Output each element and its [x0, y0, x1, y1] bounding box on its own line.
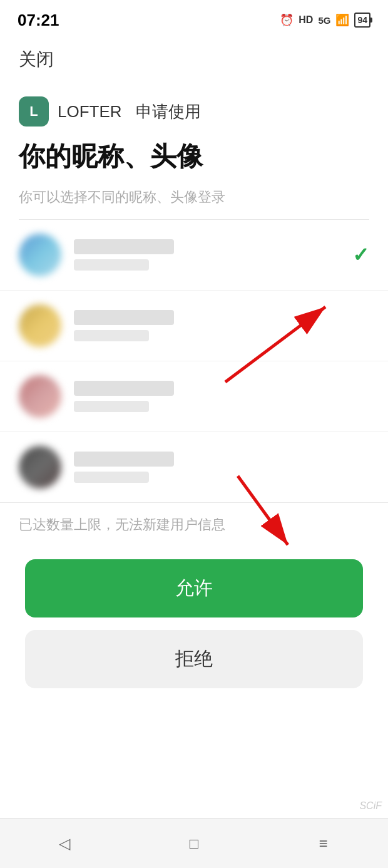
account-list: ✓ [0, 220, 388, 503]
account-name-3 [74, 381, 174, 396]
account-name-1 [74, 239, 174, 254]
app-icon: L [19, 96, 49, 127]
app-name: LOFTER [58, 102, 122, 121]
page-title-section: 你的昵称、头像 [0, 133, 388, 179]
account-name-4 [74, 452, 174, 467]
back-button[interactable]: ◁ [49, 828, 80, 859]
hd-icon: HD [299, 14, 313, 26]
account-item-4[interactable] [0, 432, 388, 503]
status-time: 07:21 [18, 11, 59, 30]
avatar-1 [19, 234, 61, 276]
account-id-3 [74, 401, 149, 412]
check-icon-1: ✓ [352, 243, 369, 267]
deny-button[interactable]: 拒绝 [25, 630, 363, 688]
status-bar: 07:21 ⏰ HD 5G 📶 94 [0, 0, 388, 35]
avatar-4 [19, 446, 61, 488]
alarm-icon: ⏰ [280, 13, 294, 27]
account-info-3 [74, 381, 369, 412]
menu-button[interactable]: ≡ [308, 828, 339, 859]
avatar-2 [19, 304, 61, 347]
battery-icon: 94 [354, 13, 370, 28]
page-title: 你的昵称、头像 [19, 139, 369, 174]
account-info-2 [74, 310, 369, 341]
bottom-nav: ◁ □ ≡ [0, 818, 388, 868]
account-id-2 [74, 330, 149, 341]
bottom-message-section: 已达数量上限，无法新建用户信息 [0, 503, 388, 547]
account-item-2[interactable] [0, 291, 388, 361]
signal-5g-icon: 5G [318, 15, 330, 26]
buttons-section: 允许 拒绝 [0, 547, 388, 701]
watermark: SCiF [359, 800, 382, 812]
bottom-message-text: 已达数量上限，无法新建用户信息 [19, 515, 369, 534]
allow-button[interactable]: 允许 [25, 559, 363, 617]
account-name-2 [74, 310, 174, 325]
account-id-4 [74, 472, 149, 483]
account-info-4 [74, 452, 369, 483]
account-item-1[interactable]: ✓ [0, 220, 388, 291]
main-content: 关闭 L LOFTER 申请使用 你的昵称、头像 你可以选择不同的昵称、头像登录… [0, 35, 388, 868]
request-text: 申请使用 [136, 101, 201, 123]
account-id-1 [74, 259, 149, 271]
account-item-3[interactable] [0, 361, 388, 432]
subtitle-section: 你可以选择不同的昵称、头像登录 [0, 179, 388, 219]
status-icons: ⏰ HD 5G 📶 94 [280, 13, 370, 28]
account-info-1 [74, 239, 352, 271]
close-button[interactable]: 关闭 [19, 48, 54, 71]
signal-bars-icon: 📶 [335, 13, 349, 27]
app-request-row: L LOFTER 申请使用 [0, 78, 388, 133]
subtitle-text: 你可以选择不同的昵称、头像登录 [19, 188, 369, 207]
home-button[interactable]: □ [178, 828, 210, 859]
avatar-3 [19, 375, 61, 418]
close-bar: 关闭 [0, 35, 388, 78]
